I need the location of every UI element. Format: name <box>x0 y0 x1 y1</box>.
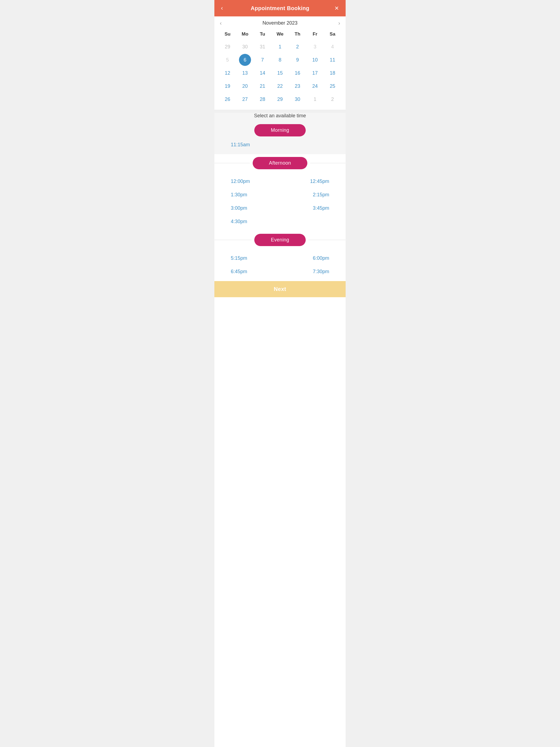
morning-slot-1115am[interactable]: 11:15am <box>231 142 250 148</box>
afternoon-slot-right[interactable]: 3:45pm <box>313 205 329 211</box>
weekday-fr: Fr <box>306 30 324 38</box>
calendar-cell[interactable]: 6 <box>239 54 251 66</box>
calendar-cell[interactable]: 28 <box>256 93 269 105</box>
close-button[interactable]: ✕ <box>332 4 341 12</box>
calendar-cell[interactable]: 29 <box>274 93 286 105</box>
afternoon-divider: Afternoon <box>214 157 346 169</box>
calendar-cell[interactable]: 8 <box>274 54 286 66</box>
evening-pill-button[interactable]: Evening <box>254 234 305 246</box>
month-nav: ‹ November 2023 › <box>214 17 346 30</box>
calendar-cell[interactable]: 19 <box>222 80 233 92</box>
footer: Next <box>214 281 346 297</box>
app-container: ‹ Appointment Booking ✕ ‹ November 2023 … <box>214 0 346 747</box>
calendar-cell[interactable]: 26 <box>222 93 233 105</box>
calendar-grid: 2930311234567891011121314151617181920212… <box>219 41 341 105</box>
calendar-cell[interactable]: 11 <box>327 54 338 66</box>
page-title: Appointment Booking <box>251 5 309 11</box>
weekday-we: We <box>271 30 289 38</box>
calendar-cell[interactable]: 14 <box>256 67 269 79</box>
calendar-cell[interactable]: 13 <box>239 67 251 79</box>
select-time-label: Select an available time <box>220 113 340 119</box>
calendar-cell[interactable]: 21 <box>256 80 269 92</box>
evening-section: Evening 5:15pm6:00pm6:45pm7:30pm <box>214 231 346 281</box>
evening-slot-right[interactable]: 6:00pm <box>313 255 329 261</box>
afternoon-pill-wrapper: Afternoon <box>250 157 310 169</box>
month-title: November 2023 <box>262 20 298 26</box>
afternoon-slot-left[interactable]: 12:00pm <box>231 179 250 184</box>
afternoon-slot-left[interactable]: 4:30pm <box>231 219 247 225</box>
calendar-cell[interactable]: 18 <box>327 67 338 79</box>
morning-section: Select an available time Morning 11:15am <box>214 113 346 154</box>
calendar-cell[interactable]: 7 <box>256 54 269 66</box>
evening-divider: Evening <box>214 234 346 246</box>
calendar-cell[interactable]: 17 <box>309 67 321 79</box>
evening-slot-right[interactable]: 7:30pm <box>313 269 329 275</box>
evening-slots: 5:15pm6:00pm6:45pm7:30pm <box>214 249 346 281</box>
calendar-cell[interactable]: 27 <box>239 93 251 105</box>
next-month-button[interactable]: › <box>335 19 343 27</box>
evening-slot-left[interactable]: 5:15pm <box>231 255 247 261</box>
calendar-cell[interactable]: 1 <box>274 41 286 53</box>
weekday-su: Su <box>219 30 236 38</box>
calendar-cell[interactable]: 30 <box>291 93 304 105</box>
section-divider <box>214 110 346 113</box>
calendar-cell: 2 <box>327 93 338 105</box>
afternoon-slot-left[interactable]: 1:30pm <box>231 192 247 198</box>
header: ‹ Appointment Booking ✕ <box>214 0 346 17</box>
afternoon-slot-row: 12:00pm12:45pm <box>220 175 340 188</box>
back-button[interactable]: ‹ <box>219 4 225 13</box>
calendar-cell: 1 <box>309 93 321 105</box>
afternoon-slot-row: 4:30pm <box>220 215 340 228</box>
morning-slot-row: 11:15am <box>220 138 340 152</box>
calendar-cell[interactable]: 25 <box>327 80 338 92</box>
morning-pill-button[interactable]: Morning <box>254 124 305 136</box>
calendar-cell[interactable]: 22 <box>274 80 286 92</box>
weekday-sa: Sa <box>324 30 341 38</box>
prev-month-button[interactable]: ‹ <box>217 19 225 27</box>
afternoon-section: Afternoon 12:00pm12:45pm1:30pm2:15pm3:00… <box>214 154 346 231</box>
afternoon-slot-left[interactable]: 3:00pm <box>231 205 247 211</box>
next-button[interactable]: Next <box>220 286 340 292</box>
afternoon-slot-right[interactable]: 12:45pm <box>310 179 329 184</box>
calendar-cell[interactable]: 2 <box>291 41 304 53</box>
calendar-cell: 29 <box>222 41 233 53</box>
evening-pill-wrapper: Evening <box>252 234 308 246</box>
calendar-cell: 5 <box>222 54 233 66</box>
calendar-cell: 31 <box>256 41 269 53</box>
evening-slot-row: 6:45pm7:30pm <box>220 265 340 278</box>
afternoon-slot-right[interactable]: 2:15pm <box>313 192 329 198</box>
calendar-cell[interactable]: 23 <box>291 80 304 92</box>
weekday-mo: Mo <box>236 30 254 38</box>
weekday-tu: Tu <box>254 30 271 38</box>
afternoon-slot-row: 1:30pm2:15pm <box>220 188 340 202</box>
calendar-cell: 3 <box>309 41 321 53</box>
calendar-cell[interactable]: 10 <box>309 54 321 66</box>
calendar-cell[interactable]: 20 <box>239 80 251 92</box>
calendar-cell[interactable]: 15 <box>274 67 286 79</box>
calendar-cell[interactable]: 9 <box>291 54 304 66</box>
calendar-cell: 4 <box>327 41 338 53</box>
afternoon-pill-button[interactable]: Afternoon <box>253 157 308 169</box>
calendar-cell[interactable]: 24 <box>309 80 321 92</box>
afternoon-slot-row: 3:00pm3:45pm <box>220 202 340 215</box>
morning-pill-wrapper: Morning <box>220 124 340 136</box>
calendar-cell: 30 <box>239 41 251 53</box>
calendar-cell[interactable]: 12 <box>222 67 233 79</box>
evening-slot-row: 5:15pm6:00pm <box>220 252 340 265</box>
evening-slot-left[interactable]: 6:45pm <box>231 269 247 275</box>
weekday-th: Th <box>289 30 306 38</box>
calendar-weekdays: SuMoTuWeThFrSa <box>219 30 341 38</box>
afternoon-slots: 12:00pm12:45pm1:30pm2:15pm3:00pm3:45pm4:… <box>214 172 346 231</box>
calendar-cell[interactable]: 16 <box>291 67 304 79</box>
calendar: SuMoTuWeThFrSa 2930311234567891011121314… <box>214 30 346 110</box>
